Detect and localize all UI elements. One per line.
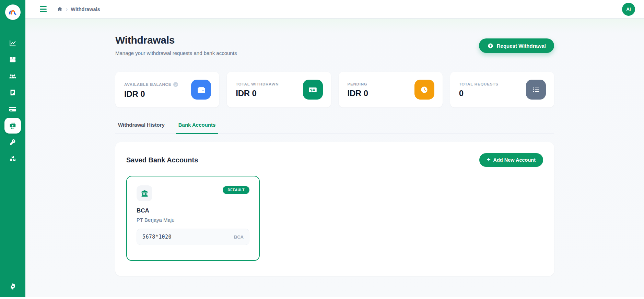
default-badge: DEFAULT	[223, 186, 249, 194]
active-nav-pill	[4, 118, 21, 134]
receipt-icon	[9, 89, 16, 96]
credit-card-icon	[9, 105, 16, 113]
tab-withdrawal-history[interactable]: Withdrawal History	[115, 122, 167, 134]
request-withdrawal-label: Request Withdrawal	[497, 43, 546, 49]
sidebar-item-transactions[interactable]	[0, 84, 25, 101]
plus-icon: +	[487, 157, 491, 163]
bank-building-icon	[137, 185, 152, 201]
stat-label: PENDING	[348, 82, 367, 86]
page-title: Withdrawals	[115, 34, 237, 46]
account-holder: PT Berjaya Maju	[137, 217, 249, 223]
circle-plus-icon	[487, 43, 494, 49]
account-number: 5678*1020	[142, 234, 172, 240]
breadcrumb-current: Withdrawals	[71, 7, 100, 12]
bank-account-card[interactable]: DEFAULT BCA PT Berjaya Maju 5678*1020 BC…	[126, 176, 260, 261]
stat-card-total-withdrawn: TOTAL WITHDRAWN IDR 0 $	[227, 72, 331, 107]
tab-bank-accounts[interactable]: Bank Accounts	[176, 122, 219, 134]
page-header: Withdrawals Manage your withdrawal reque…	[115, 34, 554, 56]
add-new-account-button[interactable]: + Add New Account	[479, 153, 543, 167]
box-icon	[9, 56, 16, 64]
page-subtitle: Manage your withdrawal requests and bank…	[115, 50, 237, 56]
stat-card-available-balance: AVAILABLE BALANCE ? IDR 0	[115, 72, 219, 107]
brand-logo-icon	[8, 8, 17, 17]
account-number-field: 5678*1020 BCA	[137, 229, 249, 245]
app-logo[interactable]	[5, 4, 21, 20]
app-window: › Withdrawals AI Withdrawals Manage your…	[0, 0, 644, 297]
sidebar-item-products[interactable]	[0, 51, 25, 68]
gear-icon	[9, 283, 16, 290]
main-content: Withdrawals Manage your withdrawal reque…	[25, 19, 644, 297]
stat-label: TOTAL WITHDRAWN	[236, 82, 279, 86]
sidebar-item-analytics[interactable]	[0, 35, 25, 51]
stat-label: TOTAL REQUESTS	[459, 82, 499, 86]
sidebar-toggle-button[interactable]	[38, 5, 48, 13]
stat-card-pending: PENDING IDR 0	[339, 72, 443, 107]
breadcrumb: › Withdrawals	[57, 6, 100, 12]
money-check-icon: $	[303, 80, 323, 100]
breadcrumb-home-link[interactable]	[57, 6, 63, 12]
saved-bank-accounts-panel: Saved Bank Accounts + Add New Account DE…	[115, 142, 554, 276]
sidebar-item-payments[interactable]	[0, 101, 25, 117]
key-icon	[9, 138, 16, 146]
sidebar-item-customers[interactable]	[0, 68, 25, 84]
user-avatar[interactable]: AI	[622, 3, 635, 16]
money-transfer-icon	[9, 122, 16, 129]
bank-code: BCA	[234, 234, 244, 240]
stat-label: AVAILABLE BALANCE	[124, 82, 171, 87]
sidebar	[0, 0, 25, 297]
sidebar-nav	[0, 35, 25, 167]
clock-icon	[414, 80, 434, 100]
chart-line-icon	[9, 39, 16, 47]
help-icon[interactable]: ?	[173, 82, 178, 87]
stat-card-total-requests: TOTAL REQUESTS 0	[450, 72, 554, 107]
cubes-icon	[9, 155, 16, 162]
list-icon	[526, 80, 546, 100]
sidebar-item-settings[interactable]	[0, 280, 25, 293]
bank-name: BCA	[137, 207, 249, 214]
sidebar-item-integrations[interactable]	[0, 150, 25, 167]
stat-cards-row: AVAILABLE BALANCE ? IDR 0 TOTAL WITHDRAW…	[115, 72, 554, 107]
bank-accounts-grid: DEFAULT BCA PT Berjaya Maju 5678*1020 BC…	[126, 176, 543, 261]
add-new-account-label: Add New Account	[493, 157, 536, 163]
sidebar-divider	[2, 277, 24, 277]
sidebar-item-api-keys[interactable]	[0, 134, 25, 150]
panel-title: Saved Bank Accounts	[126, 156, 198, 164]
request-withdrawal-button[interactable]: Request Withdrawal	[479, 38, 554, 53]
chevron-right-icon: ›	[66, 7, 68, 12]
users-icon	[9, 72, 16, 80]
home-icon	[57, 6, 63, 12]
sidebar-item-withdrawals[interactable]	[0, 117, 25, 134]
topbar: › Withdrawals AI	[25, 0, 644, 19]
tab-bar: Withdrawal History Bank Accounts	[115, 122, 554, 134]
wallet-icon	[191, 80, 211, 100]
svg-text:$: $	[310, 88, 312, 92]
